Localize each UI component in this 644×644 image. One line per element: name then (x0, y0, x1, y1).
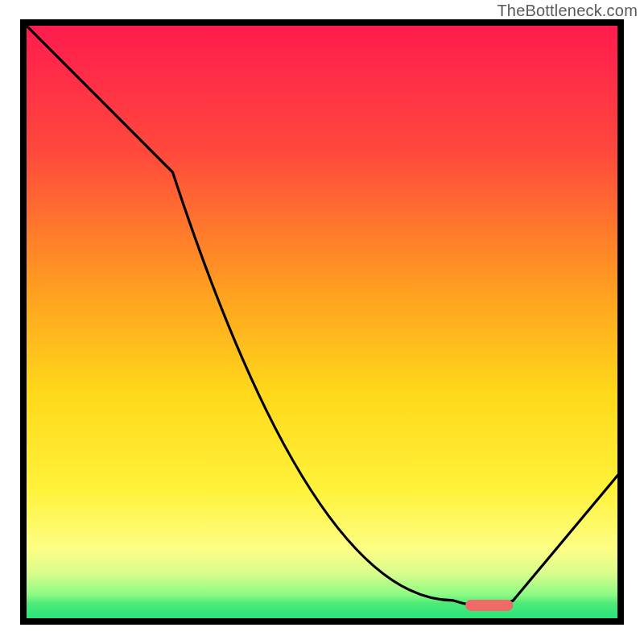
chart-frame (20, 19, 624, 625)
watermark-text: TheBottleneck.com (497, 2, 638, 20)
optimal-marker (465, 600, 513, 611)
bottleneck-chart (20, 19, 624, 625)
